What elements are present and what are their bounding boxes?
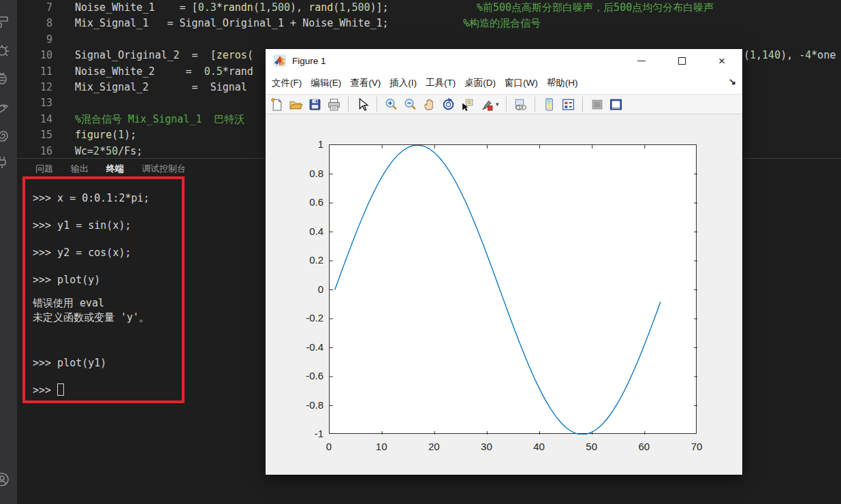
menu-overflow-arrow-icon[interactable]: ↘ [729, 76, 736, 86]
brush-dropdown-icon[interactable]: ▾ [496, 101, 499, 108]
print-figure-icon[interactable] [327, 97, 341, 112]
y-tick-label: -0.6 [289, 370, 323, 381]
y-tick-label: 0.6 [289, 196, 323, 208]
zoom-in-icon[interactable] [384, 97, 398, 112]
line-number: 9 [17, 32, 52, 48]
y-tick-label: 0.8 [289, 168, 323, 179]
line-number: 13 [17, 95, 52, 111]
edit-plot-cursor-icon[interactable] [355, 97, 370, 112]
matlab-logo-icon [274, 54, 286, 67]
menu-item-编辑(E)[interactable]: 编辑(E) [311, 77, 341, 89]
terminal-output[interactable]: >>> x = 0:0.1:2*pi;>>> y1 = sin(x);>>> y… [33, 179, 237, 398]
terminal-command: >>> y1 = sin(x); [33, 219, 237, 233]
menu-item-帮助(H)[interactable]: 帮助(H) [547, 77, 578, 89]
line-number: 10 [17, 48, 52, 63]
sine-curve-plot [330, 145, 697, 435]
code-line: 7%前500点高斯分部白噪声，后500点均匀分布白噪声Noise_White_1… [17, 0, 841, 16]
terminal-cursor[interactable] [57, 383, 64, 396]
zoom-out-icon[interactable] [403, 97, 417, 112]
x-tick-label: 70 [680, 441, 714, 452]
x-tick-label: 0 [312, 441, 346, 452]
figure-menubar: 文件(F)编辑(E)查看(V)插入(I)工具(T)桌面(D)窗口(W)帮助(H)… [266, 72, 742, 94]
activity-bar [0, 0, 17, 504]
y-tick-label: -0.2 [289, 312, 323, 324]
x-tick-label: 40 [522, 441, 556, 452]
y-tick-label: -0.4 [289, 341, 323, 353]
line-number: 7 [17, 0, 52, 16]
insert-legend-icon[interactable] [561, 97, 575, 112]
maximize-icon [678, 57, 686, 65]
brush-data-icon[interactable] [479, 97, 494, 112]
close-button[interactable]: × [712, 53, 732, 68]
minimize-icon [637, 61, 646, 61]
matlab-figure-window: Figure 1 × 文件(F)编辑(E)查看(V)插入(I)工具(T)桌面(D… [266, 49, 742, 475]
show-plot-tools-icon[interactable] [609, 97, 623, 112]
toolbar-separator [506, 97, 507, 112]
hide-plot-tools-icon[interactable] [590, 97, 604, 112]
terminal-output-line: 错误使用 eval [33, 296, 237, 311]
insert-colorbar-icon[interactable] [542, 97, 556, 112]
terminal-command: >>> x = 0:0.1:2*pi; [33, 191, 237, 206]
menu-item-查看(V)[interactable]: 查看(V) [350, 77, 381, 89]
toolbar-separator [582, 97, 583, 112]
spiral-extension-icon[interactable] [0, 127, 10, 144]
line-number: 12 [17, 80, 52, 95]
line-number: 11 [17, 64, 52, 80]
toolbar-separator [348, 97, 349, 112]
close-icon: × [718, 55, 725, 67]
menu-item-文件(F)[interactable]: 文件(F) [272, 77, 302, 89]
account-icon[interactable] [0, 471, 10, 488]
figure-toolbar: ▾ [266, 94, 742, 114]
figure-window-title: Figure 1 [292, 56, 326, 66]
bird-extension-icon[interactable] [0, 100, 10, 116]
y-tick-label: 0 [289, 283, 323, 295]
x-tick-label: 10 [364, 441, 398, 452]
x-tick-label: 30 [469, 441, 503, 452]
x-tick-label: 50 [575, 441, 609, 452]
toolbar-separator [535, 97, 535, 112]
y-tick-label: 0.2 [289, 254, 323, 266]
y-tick-label: -1 [289, 428, 323, 439]
data-cursor-icon[interactable] [460, 97, 475, 112]
menu-item-工具(T)[interactable]: 工具(T) [426, 77, 456, 89]
menu-item-窗口(W)[interactable]: 窗口(W) [505, 77, 538, 89]
link-plot-icon[interactable] [513, 97, 528, 112]
maximize-button[interactable] [671, 53, 692, 68]
toolbar-separator [377, 97, 377, 112]
terminal-command[interactable]: >>> [33, 383, 237, 398]
rotate-3d-icon[interactable] [441, 97, 456, 112]
y-tick-label: -0.8 [289, 399, 323, 411]
plot-axes[interactable] [329, 144, 697, 434]
new-figure-icon[interactable] [270, 97, 284, 112]
terminal-command: >>> plot(y1) [33, 356, 237, 371]
bee-extension-icon[interactable] [0, 69, 10, 86]
figure-titlebar: Figure 1 × [266, 49, 742, 72]
terminal-command: >>> y2 = cos(x); [33, 246, 237, 260]
line-number: 16 [17, 144, 52, 158]
menu-item-桌面(D)[interactable]: 桌面(D) [464, 77, 496, 89]
plug-extension-icon[interactable] [0, 154, 10, 170]
debug-icon[interactable] [0, 42, 10, 59]
panel-tab-调试控制台[interactable]: 调试控制台 [142, 163, 186, 178]
line-number: 15 [17, 127, 52, 143]
x-tick-label: 60 [627, 441, 661, 452]
figure-canvas: 010203040506070-1-0.8-0.6-0.4-0.200.20.4… [266, 114, 742, 474]
panel-tab-终端[interactable]: 终端 [106, 163, 124, 178]
line-number: 14 [17, 112, 52, 127]
open-file-icon[interactable] [289, 97, 303, 112]
panel-tab-问题[interactable]: 问题 [35, 163, 53, 178]
panel-tab-输出[interactable]: 输出 [71, 163, 89, 178]
pan-hand-icon[interactable] [422, 97, 437, 112]
menu-item-插入(I)[interactable]: 插入(I) [390, 77, 417, 89]
code-line: 9 [17, 32, 841, 48]
terminal-command: >>> plot(y) [33, 273, 237, 287]
y-tick-label: 0.4 [289, 225, 323, 237]
line-number: 8 [17, 16, 52, 31]
code-line: 8%构造的混合信号Mix_Signal_1 = Signal_Original_… [17, 16, 841, 31]
x-tick-label: 20 [417, 441, 451, 452]
save-figure-icon[interactable] [308, 97, 322, 112]
minimize-button[interactable] [631, 53, 652, 68]
remote-window-icon[interactable] [0, 14, 10, 30]
terminal-output-line: 未定义函数或变量 'y'。 [33, 311, 237, 325]
y-tick-label: 1 [289, 138, 323, 150]
